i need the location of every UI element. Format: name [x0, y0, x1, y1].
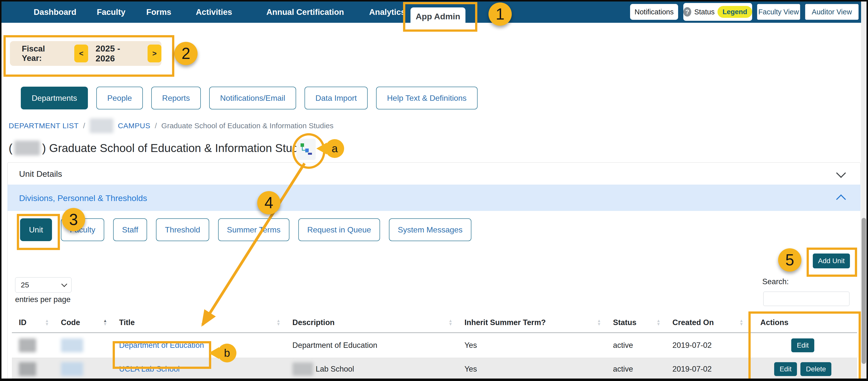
- col-header-inherit-summer-term[interactable]: Inherit Summer Term? ▲▼: [458, 312, 606, 332]
- status-label: Status: [694, 8, 714, 16]
- redacted-id: [19, 339, 36, 352]
- unit-title-link[interactable]: Department of Education: [119, 341, 204, 350]
- col-header-code[interactable]: Code ▲▼: [54, 312, 112, 332]
- page-title-text: ) Graduate School of Education & Informa…: [42, 141, 313, 155]
- scrollbar-track: [861, 1, 867, 379]
- fiscal-year-next-button[interactable]: >: [148, 44, 161, 62]
- notifications-button[interactable]: Notifications: [630, 4, 678, 20]
- breadcrumb-campus[interactable]: CAMPUS: [118, 122, 150, 130]
- unit-details-panel-header[interactable]: Unit Details: [7, 162, 861, 185]
- page-size-select[interactable]: 25: [15, 277, 71, 293]
- module-tabs: Departments People Reports Notifications…: [21, 87, 477, 109]
- redacted-code: [61, 362, 83, 376]
- sort-icon: ▲▼: [45, 319, 49, 326]
- units-table: ID ▲▼ Code ▲▼ Title ▲▼ Description ▲▼ In…: [12, 312, 857, 380]
- tab-people[interactable]: People: [96, 87, 143, 109]
- unit-description: Department of Education: [292, 341, 377, 350]
- sort-icon: ▲▼: [739, 319, 743, 326]
- tab-data-import[interactable]: Data Import: [305, 87, 368, 109]
- frame-edge: [867, 0, 868, 381]
- redacted-id: [19, 362, 36, 376]
- table-row: UCLA Lab School Lab School Yes active 20…: [12, 358, 857, 380]
- nav-app-admin-active-tab[interactable]: App Admin: [410, 7, 465, 25]
- subtab-unit[interactable]: Unit: [20, 218, 52, 241]
- unit-description: Lab School: [316, 364, 354, 374]
- redacted-unit-code: [14, 140, 40, 156]
- legend-badge: Legend: [717, 6, 752, 18]
- org-chart-icon-button[interactable]: [296, 139, 316, 160]
- col-header-created-on[interactable]: Created On ▲▼: [665, 312, 748, 332]
- tab-notifications-email[interactable]: Notifications/Email: [209, 87, 296, 109]
- subtab-system-messages[interactable]: System Messages: [389, 218, 471, 241]
- divisions-title: Divisions, Personnel & Thresholds: [19, 193, 147, 203]
- breadcrumb-separator: /: [83, 122, 85, 130]
- entries-per-page-label: entries per page: [15, 295, 70, 304]
- scrollbar-thumb[interactable]: [862, 218, 866, 364]
- subtab-summer-terms[interactable]: Summer Terms: [218, 218, 289, 241]
- nav-analytics[interactable]: Analytics: [369, 1, 406, 23]
- subtab-faculty[interactable]: Faculty: [61, 218, 104, 241]
- redacted-description-prefix: [292, 362, 313, 376]
- breadcrumb: DEPARTMENT LIST / CAMPUS / Graduate Scho…: [9, 118, 334, 134]
- subtab-request-in-queue[interactable]: Request in Queue: [298, 218, 380, 241]
- redacted-campus-name: [90, 118, 114, 133]
- unit-title-link[interactable]: UCLA Lab School: [119, 364, 180, 374]
- annotation-circle-2: 2: [174, 42, 197, 65]
- sort-icon: ▲▼: [448, 319, 453, 326]
- sort-icon-asc: ▲▼: [103, 319, 107, 326]
- tab-reports[interactable]: Reports: [151, 87, 201, 109]
- inherit-summer-term-value: Yes: [464, 341, 477, 350]
- page-title-prefix: (: [9, 141, 12, 155]
- col-header-title[interactable]: Title ▲▼: [112, 312, 285, 332]
- tab-help-text-definitions[interactable]: Help Text & Definitions: [376, 87, 477, 109]
- delete-button[interactable]: Delete: [800, 362, 831, 376]
- divisions-panel-header[interactable]: Divisions, Personnel & Thresholds: [7, 185, 861, 212]
- sort-icon: ▲▼: [276, 319, 280, 326]
- search-input[interactable]: [763, 292, 849, 306]
- col-header-description[interactable]: Description ▲▼: [285, 312, 458, 332]
- divisions-panel-body: Unit Faculty Staff Threshold Summer Term…: [7, 211, 861, 379]
- frame-edge: [0, 0, 868, 1]
- inherit-summer-term-value: Yes: [464, 364, 477, 374]
- status-value: active: [613, 341, 633, 350]
- chevron-up-icon: [836, 194, 846, 204]
- created-on-value: 2019-07-02: [673, 341, 712, 350]
- edit-button[interactable]: Edit: [774, 362, 797, 376]
- fiscal-year-prev-button[interactable]: <: [74, 44, 88, 62]
- unit-details-title: Unit Details: [19, 169, 62, 179]
- subtab-threshold[interactable]: Threshold: [156, 218, 209, 241]
- created-on-value: 2019-07-02: [673, 364, 712, 374]
- chevron-down-icon: [61, 281, 67, 287]
- edit-button[interactable]: Edit: [791, 339, 814, 352]
- redacted-code: [61, 339, 83, 352]
- annotation-label-a: a: [325, 139, 344, 158]
- status-legend-button[interactable]: ? Status Legend: [683, 3, 752, 21]
- col-header-actions: Actions: [748, 312, 857, 332]
- tab-departments[interactable]: Departments: [21, 87, 88, 109]
- nav-faculty[interactable]: Faculty: [97, 1, 126, 23]
- auditor-view-button[interactable]: Auditor View: [805, 4, 859, 20]
- subtab-staff[interactable]: Staff: [113, 218, 147, 241]
- org-chart-icon: [300, 143, 312, 156]
- add-unit-button[interactable]: Add Unit: [813, 254, 850, 268]
- fiscal-year-selector: Fiscal Year: < 2025 - 2026 >: [10, 41, 161, 66]
- nav-activities[interactable]: Activities: [196, 1, 232, 23]
- col-header-id[interactable]: ID ▲▼: [12, 312, 54, 332]
- nav-annual-certification[interactable]: Annual Certification: [267, 1, 344, 23]
- table-header-row: ID ▲▼ Code ▲▼ Title ▲▼ Description ▲▼ In…: [12, 312, 857, 333]
- faculty-view-button[interactable]: Faculty View: [757, 4, 800, 20]
- nav-dashboard[interactable]: Dashboard: [34, 1, 76, 23]
- col-header-status[interactable]: Status ▲▼: [606, 312, 665, 332]
- nav-forms[interactable]: Forms: [146, 1, 171, 23]
- fiscal-year-label: Fiscal Year:: [22, 44, 65, 63]
- page-size-value: 25: [21, 281, 29, 289]
- fiscal-year-value: 2025 - 2026: [96, 43, 140, 63]
- table-row: Department of Education Department of Ed…: [12, 333, 857, 358]
- status-value: active: [613, 364, 633, 374]
- breadcrumb-department-list[interactable]: DEPARTMENT LIST: [9, 122, 79, 130]
- app-window: Dashboard Faculty Forms Activities Annua…: [0, 0, 868, 381]
- sub-tabs: Unit Faculty Staff Threshold Summer Term…: [20, 218, 471, 241]
- chevron-down-icon: [836, 168, 846, 178]
- frame-edge: [0, 0, 1, 381]
- sort-icon: ▲▼: [597, 319, 601, 326]
